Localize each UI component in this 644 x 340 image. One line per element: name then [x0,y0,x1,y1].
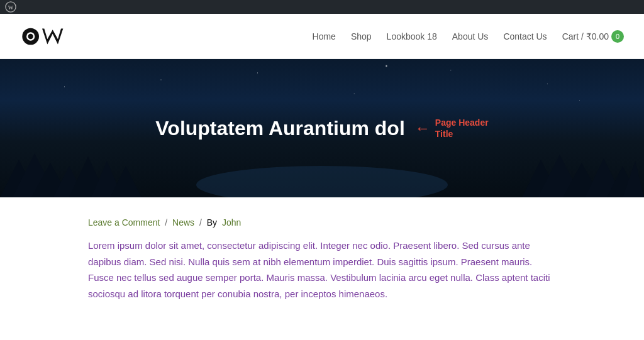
site-logo [20,23,83,50]
svg-marker-5 [42,28,63,44]
cart-button[interactable]: Cart / ₹0.00 0 [562,30,624,43]
nav-lookbook[interactable]: Lookbook 18 [387,31,437,41]
svg-point-19 [196,166,448,197]
category-link[interactable]: News [172,217,194,228]
admin-bar: W [0,0,644,14]
logo-svg [20,23,83,50]
annotation-arrow: ← [415,119,430,137]
post-meta: Leave a Comment / News / By John [88,217,556,228]
nav-home[interactable]: Home [313,31,336,41]
main-nav: Home Shop Lookbook 18 About Us Contact U… [313,30,624,43]
meta-sep-1: / [165,217,167,228]
main-content: Leave a Comment / News / By John Lorem i… [0,197,644,322]
nav-about[interactable]: About Us [452,31,489,41]
cart-label: Cart / ₹0.00 [562,31,609,41]
nav-contact[interactable]: Contact Us [503,31,547,41]
page-header-title: Voluptatem Aurantium dol [155,117,404,140]
hero-content: Voluptatem Aurantium dol ← Page Header T… [155,117,488,140]
leave-comment-link[interactable]: Leave a Comment [88,217,160,228]
svg-point-4 [28,33,33,38]
author-link[interactable]: John [222,217,241,228]
wordpress-icon: W [5,1,16,13]
nav-shop[interactable]: Shop [351,31,372,41]
hero-trees-svg [0,147,644,197]
author-prefix: By [207,217,217,228]
meta-sep-2: / [199,217,202,228]
cart-count: 0 [611,30,624,43]
annotation-label: Page Header Title [435,117,489,140]
annotation-group: ← Page Header Title [415,117,489,140]
site-header: Home Shop Lookbook 18 About Us Contact U… [0,14,644,59]
hero-banner: Voluptatem Aurantium dol ← Page Header T… [0,59,644,197]
post-body: Lorem ipsum dolor sit amet, consectetur … [88,238,556,302]
svg-text:W: W [8,4,14,11]
